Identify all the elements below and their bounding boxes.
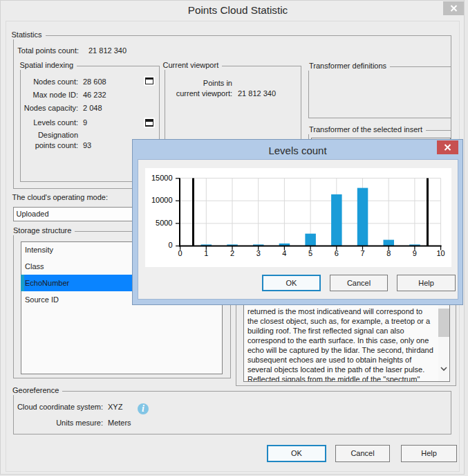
svg-text:0: 0 — [178, 249, 182, 257]
svg-text:15000: 15000 — [151, 174, 173, 182]
svg-text:4: 4 — [282, 249, 286, 257]
svg-text:10: 10 — [436, 249, 444, 257]
svg-text:10000: 10000 — [151, 196, 173, 204]
svg-text:1: 1 — [204, 249, 208, 257]
svg-text:3: 3 — [256, 249, 261, 257]
svg-text:2: 2 — [230, 249, 234, 257]
svg-text:5000: 5000 — [156, 219, 172, 227]
svg-text:6: 6 — [335, 249, 339, 257]
svg-text:8: 8 — [386, 249, 391, 257]
svg-text:7: 7 — [360, 249, 364, 257]
svg-text:5: 5 — [308, 249, 312, 257]
svg-text:9: 9 — [413, 249, 417, 257]
svg-text:0: 0 — [168, 241, 172, 249]
